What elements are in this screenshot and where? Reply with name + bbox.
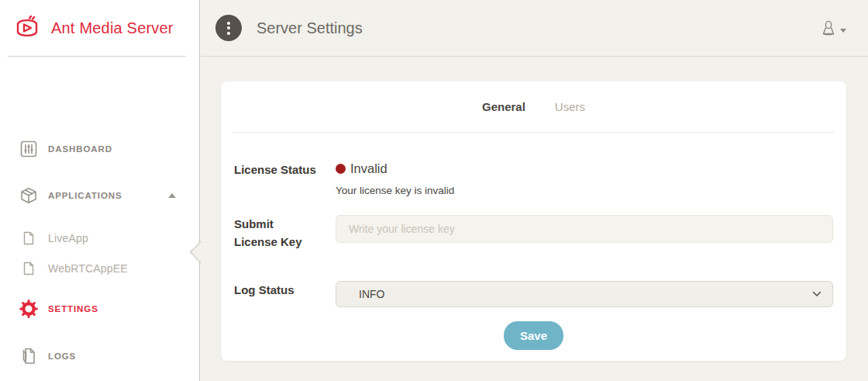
license-status-line: Invalid: [336, 161, 833, 176]
general-settings-form: License Status Invalid Your license key …: [221, 161, 846, 350]
log-status-field: INFO: [336, 281, 833, 307]
brand-logo[interactable]: Ant Media Server: [0, 0, 199, 56]
header: Server Settings: [201, 0, 868, 57]
sidebar-item-settings[interactable]: SETTINGS: [0, 296, 199, 321]
sidebar-item-label: APPLICATIONS: [48, 191, 122, 200]
user-icon: [820, 19, 837, 37]
save-button[interactable]: Save: [504, 321, 563, 350]
log-status-select[interactable]: INFO: [336, 281, 833, 307]
license-status-detail: Your license key is invalid: [336, 185, 833, 198]
ellipsis-dot: [227, 32, 230, 35]
sidebar-item-label: LOGS: [48, 352, 76, 361]
tab-general[interactable]: General: [482, 100, 525, 113]
gear-icon: [19, 300, 38, 318]
content-area: General Users License Status Invalid You…: [201, 57, 868, 381]
license-key-input[interactable]: [336, 215, 833, 243]
submit-license-row: Submit License Key: [234, 215, 833, 251]
server-settings-card: General Users License Status Invalid You…: [221, 81, 846, 361]
ellipsis-dot: [227, 22, 230, 25]
user-menu[interactable]: [820, 19, 846, 37]
log-document-icon: [19, 347, 38, 365]
sidebar-item-dashboard[interactable]: DASHBOARD: [0, 137, 199, 161]
file-icon: [22, 231, 36, 245]
page-title: Server Settings: [257, 19, 363, 37]
package-icon: [19, 186, 38, 205]
save-row: Save: [234, 321, 833, 350]
sidebar-item-applications[interactable]: APPLICATIONS: [0, 183, 199, 208]
ellipsis-dot: [227, 26, 230, 29]
sidebar-item-webrtcappee[interactable]: WebRTCAppEE: [0, 256, 199, 281]
log-status-row: Log Status INFO: [234, 281, 833, 307]
license-status-value-group: Invalid Your license key is invalid: [336, 161, 833, 198]
sidebar-item-label: DASHBOARD: [48, 144, 112, 154]
license-status-value: Invalid: [350, 161, 388, 176]
sliders-icon: [19, 140, 38, 158]
sidebar-item-label: SETTINGS: [48, 304, 98, 313]
status-dot-icon: [336, 164, 346, 174]
options-menu-button[interactable]: [215, 15, 242, 41]
sidebar-item-logs[interactable]: LOGS: [0, 344, 199, 369]
license-status-row: License Status Invalid Your license key …: [234, 161, 833, 198]
license-status-label: License Status: [234, 161, 336, 198]
tabs-divider: [232, 132, 835, 133]
sidebar-item-label: LiveApp: [48, 232, 88, 244]
sidebar-item-liveapp[interactable]: LiveApp: [0, 226, 199, 251]
chevron-down-icon: [840, 29, 846, 33]
collapse-caret-icon[interactable]: [168, 193, 176, 198]
submit-license-label: Submit License Key: [234, 215, 336, 251]
sidebar-item-label: WebRTCAppEE: [48, 262, 128, 275]
sidebar-nav: DASHBOARD APPLICATIONS LiveAp: [0, 57, 199, 381]
sidebar: Ant Media Server DASHBOARD: [0, 0, 200, 381]
log-status-selected-value: INFO: [359, 288, 384, 300]
chevron-down-icon: [812, 291, 822, 297]
ant-media-logo-icon: [11, 12, 43, 44]
submit-license-field: [336, 215, 833, 251]
tab-users[interactable]: Users: [555, 100, 585, 113]
file-icon: [22, 262, 36, 275]
settings-tabs: General Users: [221, 81, 846, 132]
brand-name: Ant Media Server: [51, 19, 174, 37]
log-status-label: Log Status: [234, 281, 336, 307]
